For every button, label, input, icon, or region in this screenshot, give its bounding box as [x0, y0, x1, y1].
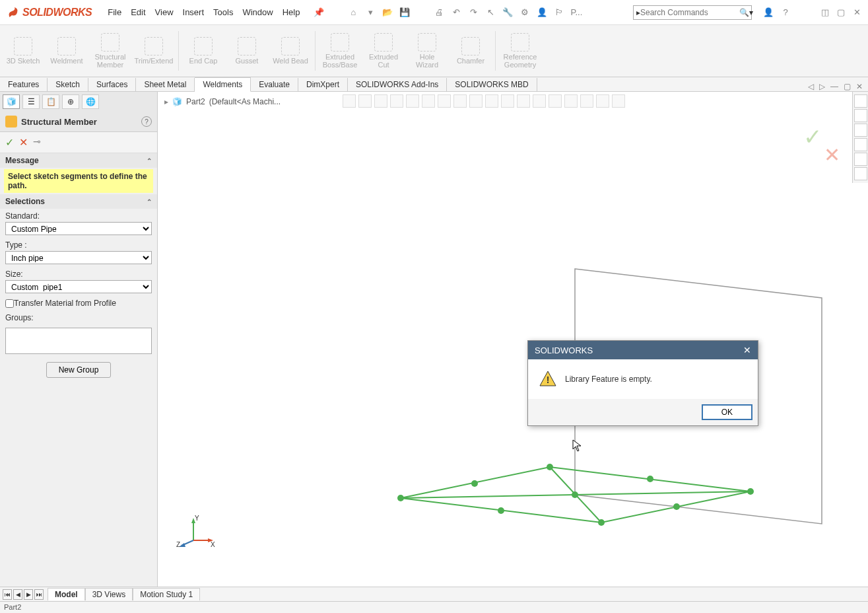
select-icon[interactable]: ↖: [484, 7, 496, 18]
tab-mbd[interactable]: SOLIDWORKS MBD: [447, 78, 537, 91]
ribbon-hole-wizard[interactable]: Hole Wizard: [408, 28, 446, 73]
prev-tab-icon[interactable]: ◀: [13, 589, 22, 600]
ribbon-reference-geometry[interactable]: Reference Geometry: [501, 28, 539, 73]
new-icon[interactable]: ▾: [364, 7, 376, 18]
cancel-button[interactable]: ✕: [19, 136, 28, 149]
panel-tab-property[interactable]: ☰: [22, 94, 40, 109]
menu-window[interactable]: Window: [242, 7, 273, 17]
warning-icon: !: [539, 370, 557, 388]
search-dropdown-icon[interactable]: ▾: [749, 8, 753, 17]
help-icon[interactable]: ?: [780, 7, 791, 18]
main-area: 🧊 ☰ 📋 ⊕ 🌐 Structural Member ? ✓ ✕ ⊸ Mess…: [0, 92, 868, 587]
ribbon-gusset[interactable]: Gusset: [228, 28, 266, 73]
menu-view[interactable]: View: [155, 7, 174, 17]
ribbon-trim-extend[interactable]: Trim/Extend: [135, 28, 173, 73]
panel-tab-display[interactable]: 🌐: [82, 94, 99, 109]
feature-help-icon[interactable]: ?: [141, 116, 152, 127]
search-box[interactable]: ▸ 🔍 ▾: [633, 5, 752, 20]
rebuild-icon[interactable]: 🔧: [502, 7, 514, 18]
p-button[interactable]: P...: [570, 7, 582, 18]
orientation-triad[interactable]: Y X Z: [176, 514, 216, 554]
ribbon-weld-bead[interactable]: Weld Bead: [271, 28, 310, 73]
type-label: Type :: [5, 240, 152, 250]
menu-edit[interactable]: Edit: [131, 7, 145, 17]
restore-icon[interactable]: ▢: [835, 7, 847, 18]
cascade-icon[interactable]: ◫: [819, 7, 831, 18]
tab-addins[interactable]: SOLIDWORKS Add-Ins: [348, 78, 447, 91]
redo-icon[interactable]: ↷: [467, 7, 479, 18]
taskpane-file-explorer-icon[interactable]: [854, 124, 867, 137]
message-section-header[interactable]: Message ⌃: [0, 153, 157, 168]
tab-evaluate[interactable]: Evaluate: [251, 78, 298, 91]
tab-weldments[interactable]: Weldments: [195, 77, 251, 92]
doc-minimize-icon[interactable]: —: [830, 82, 838, 91]
doc-maximize-icon[interactable]: ▢: [844, 82, 851, 91]
ribbon-3d-sketch[interactable]: 3D Sketch: [4, 28, 42, 73]
taskpane-design-library-icon[interactable]: [854, 109, 867, 122]
dialog-footer: OK: [528, 399, 758, 425]
menu-file[interactable]: File: [108, 7, 121, 17]
feature-title: Structural Member: [21, 117, 141, 127]
type-select[interactable]: Inch pipe: [5, 251, 152, 264]
groups-listbox[interactable]: [5, 328, 152, 354]
open-icon[interactable]: 📂: [382, 7, 393, 18]
doc-close-icon[interactable]: ✕: [856, 82, 863, 91]
next-tab-icon[interactable]: ▶: [24, 589, 33, 600]
menu-help[interactable]: Help: [283, 7, 300, 17]
first-tab-icon[interactable]: ⏮: [3, 589, 12, 600]
tab-sketch[interactable]: Sketch: [48, 78, 88, 91]
options-icon[interactable]: ⚙: [519, 7, 531, 18]
panel-tab-config[interactable]: 📋: [42, 94, 59, 109]
ribbon-structural-member[interactable]: Structural Member: [91, 28, 129, 73]
panel-tab-feature-tree[interactable]: 🧊: [3, 94, 20, 109]
login-icon[interactable]: 👤: [762, 7, 774, 18]
tab-surfaces[interactable]: Surfaces: [88, 78, 136, 91]
size-select[interactable]: Custom_pipe1: [5, 280, 152, 293]
dialog-ok-button[interactable]: OK: [702, 404, 752, 420]
taskpane-custom-props-icon[interactable]: [854, 167, 867, 180]
taskpane-appearances-icon[interactable]: [854, 153, 867, 166]
dialog-titlebar[interactable]: SOLIDWORKS ✕: [528, 341, 758, 359]
groups-label: Groups:: [5, 313, 152, 322]
doc-prev-icon[interactable]: ◁: [808, 82, 814, 91]
close-icon[interactable]: ✕: [851, 7, 863, 18]
user1-icon[interactable]: 👤: [536, 7, 548, 18]
search-input[interactable]: [640, 8, 739, 17]
ok-button[interactable]: ✓: [5, 136, 14, 149]
svg-point-9: [673, 503, 680, 510]
panel-tab-dim[interactable]: ⊕: [62, 94, 79, 109]
ribbon-extruded-cut[interactable]: Extruded Cut: [364, 28, 403, 73]
ribbon-chamfer[interactable]: Chamfer: [451, 28, 490, 73]
standard-select[interactable]: Custom Pipe: [5, 222, 152, 235]
ribbon-weldment[interactable]: Weldment: [48, 28, 86, 73]
save-icon[interactable]: 💾: [399, 7, 411, 18]
last-tab-icon[interactable]: ⏭: [34, 589, 44, 600]
taskpane-resources-icon[interactable]: [854, 94, 867, 108]
pin-icon[interactable]: 📌: [313, 7, 325, 18]
user2-icon[interactable]: 🏳: [553, 7, 565, 18]
undo-icon[interactable]: ↶: [450, 7, 462, 18]
ribbon-extruded-boss[interactable]: Extruded Boss/Base: [321, 28, 359, 73]
graphics-viewport[interactable]: ▸ 🧊 Part2 (Default<As Machi...: [158, 92, 868, 587]
menu-tools[interactable]: Tools: [213, 7, 233, 17]
pushpin-icon[interactable]: ⊸: [33, 136, 41, 149]
bottom-tab-model[interactable]: Model: [48, 588, 85, 600]
bottom-tab-motion-study[interactable]: Motion Study 1: [133, 588, 200, 600]
dialog-title-text: SOLIDWORKS: [535, 345, 593, 355]
new-group-button[interactable]: New Group: [46, 362, 112, 378]
tab-features[interactable]: Features: [0, 78, 48, 91]
bottom-tab-3dviews[interactable]: 3D Views: [85, 588, 133, 600]
ribbon-end-cap[interactable]: End Cap: [184, 28, 222, 73]
home-icon[interactable]: ⌂: [347, 7, 359, 18]
selections-section-header[interactable]: Selections ⌃: [0, 194, 157, 209]
tab-dimxpert[interactable]: DimXpert: [298, 78, 348, 91]
chevron-up-icon: ⌃: [147, 198, 152, 205]
menu-insert[interactable]: Insert: [183, 7, 205, 17]
taskpane-view-palette-icon[interactable]: [854, 138, 867, 151]
print-icon[interactable]: 🖨: [433, 7, 445, 18]
search-icon[interactable]: 🔍: [739, 8, 749, 17]
dialog-close-icon[interactable]: ✕: [743, 345, 751, 355]
transfer-material-checkbox[interactable]: [5, 299, 14, 308]
doc-next-icon[interactable]: ▷: [819, 82, 825, 91]
tab-sheet-metal[interactable]: Sheet Metal: [136, 78, 195, 91]
